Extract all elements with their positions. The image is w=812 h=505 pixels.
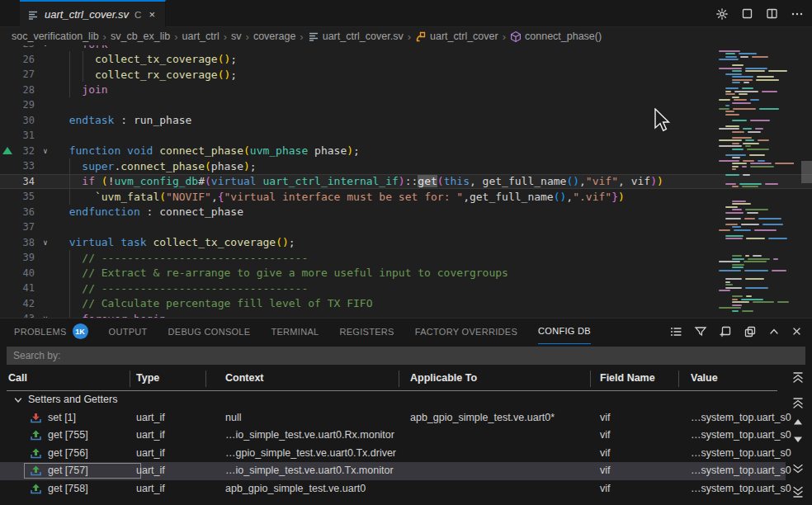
code-line-35[interactable]: 35 `uvm_fatal("NOVIF",{"virtual interfac… xyxy=(0,189,812,205)
minimap-line xyxy=(732,163,747,164)
code-editor[interactable]: 25∨ fork26 collect_tx_coverage();27 coll… xyxy=(0,45,812,318)
panel-tab-terminal[interactable]: TERMINAL xyxy=(271,319,319,344)
code-line-32[interactable]: 32∨ function void connect_phase(uvm_phas… xyxy=(0,144,812,159)
column-header-call[interactable]: Call xyxy=(8,372,27,384)
scroll-page-down-icon[interactable] xyxy=(789,463,807,475)
cell-value: …system_top.uart_s0 xyxy=(691,429,791,441)
breadcrumb-item-uart-ctrl-cover[interactable]: uart_ctrl_cover xyxy=(415,31,498,42)
table-group-row[interactable]: Setters and Getters xyxy=(0,391,812,409)
code-line-33[interactable]: 33 super.connect_phase(phase); xyxy=(0,158,812,174)
minimap-line xyxy=(732,79,753,81)
search-input[interactable] xyxy=(7,347,805,365)
maximize-panel-icon[interactable] xyxy=(768,326,780,337)
filter-icon[interactable] xyxy=(694,325,707,337)
code-text: join xyxy=(56,83,108,96)
table-row-get-755-[interactable]: get [755]uart_if…io_simple_test.ve.uart0… xyxy=(0,427,812,445)
breadcrumb-separator: › xyxy=(246,31,249,43)
code-line-26[interactable]: 26 collect_tx_coverage(); xyxy=(0,52,812,68)
column-header-context[interactable]: Context xyxy=(225,372,264,384)
panel-tab-registers[interactable]: REGISTERS xyxy=(339,319,394,344)
split-editor-icon[interactable] xyxy=(766,7,778,20)
scroll-up-icon[interactable] xyxy=(789,417,807,427)
editor-scrollbar-thumb[interactable] xyxy=(801,161,812,183)
code-text: `uvm_fatal("NOVIF",{"virtual interface m… xyxy=(56,191,625,203)
minimap-line xyxy=(775,163,794,164)
minimap-line xyxy=(725,206,738,208)
minimap-line xyxy=(743,128,752,130)
panel-tab-debug-console[interactable]: DEBUG CONSOLE xyxy=(168,319,251,344)
settings-gear-icon[interactable] xyxy=(715,7,729,21)
minimap-line xyxy=(719,307,741,309)
code-line-30[interactable]: 30 endtask : run_phase xyxy=(0,113,812,129)
column-header-applicable-to[interactable]: Applicable To xyxy=(410,372,477,384)
code-line-39[interactable]: 39 // -------------------------------- xyxy=(0,250,812,266)
collapse-all-icon[interactable] xyxy=(744,325,757,337)
panel-tab-factory-overrides[interactable]: FACTORY OVERRIDES xyxy=(415,319,517,344)
breadcrumb-label: sv xyxy=(231,31,242,42)
code-text: fork xyxy=(56,45,108,50)
minimap-line xyxy=(757,76,774,78)
panel-tab-label: DEBUG CONSOLE xyxy=(168,327,251,337)
table-row-get-757-[interactable]: get [757]uart_if…io_simple_test.ve.uart0… xyxy=(0,462,786,480)
close-panel-icon[interactable] xyxy=(791,326,802,337)
breadcrumb-item-connect-phase-[interactable]: connect_phase() xyxy=(510,31,602,42)
line-number: 28 xyxy=(0,84,35,96)
more-actions-icon[interactable] xyxy=(791,7,804,20)
fold-chevron-icon[interactable]: ∨ xyxy=(35,147,56,155)
code-line-27[interactable]: 27 collect_rx_coverage(); xyxy=(0,67,812,83)
code-line-28[interactable]: 28 join xyxy=(0,83,812,98)
breadcrumb-item-soc-verification-lib[interactable]: soc_verification_lib xyxy=(12,31,99,42)
layout-icon[interactable] xyxy=(741,7,753,20)
breadcrumb-item-sv-cb-ex-lib[interactable]: sv_cb_ex_lib xyxy=(111,31,170,42)
breadcrumb-item-uart-ctrl[interactable]: uart_ctrl xyxy=(182,31,220,42)
minimap-line xyxy=(745,209,768,210)
table-row-get-758-[interactable]: get [758]uart_ifapb_gpio_simple_test.ve.… xyxy=(0,480,812,498)
cell-field: vif xyxy=(600,429,611,441)
minimap-line xyxy=(748,258,770,260)
code-line-42[interactable]: 42 // Calculate percentage fill level of… xyxy=(0,296,812,312)
minimap-line xyxy=(725,238,743,239)
scroll-to-top-icon[interactable] xyxy=(789,371,807,384)
column-header-field-name[interactable]: Field Name xyxy=(600,372,655,384)
code-line-41[interactable]: 41 // -------------------------------- xyxy=(0,281,812,296)
column-header-type[interactable]: Type xyxy=(136,372,159,384)
minimap[interactable] xyxy=(716,47,794,316)
fold-chevron-icon[interactable]: ∨ xyxy=(35,45,56,48)
column-header-value[interactable]: Value xyxy=(691,372,718,384)
code-line-38[interactable]: 38∨ virtual task collect_tx_coverage(); xyxy=(0,235,812,251)
code-line-43[interactable]: 43∨ forever begin xyxy=(0,311,812,318)
panel-tab-config-db[interactable]: CONFIG DB xyxy=(538,319,591,344)
code-line-36[interactable]: 36 endfunction : connect_phase xyxy=(0,205,812,220)
minimap-line xyxy=(734,99,748,101)
breadcrumb-item-uart-ctrl-cover-sv[interactable]: uart_ctrl_cover.sv xyxy=(308,31,404,42)
scroll-to-top-icon[interactable] xyxy=(789,397,807,409)
column-separator xyxy=(205,370,206,387)
minimap-line xyxy=(746,295,752,297)
tab-uart-ctrl-cover[interactable]: uart_ctrl_cover.sv C × xyxy=(20,0,166,27)
minimap-line xyxy=(758,218,781,219)
panel-tab-problems[interactable]: PROBLEMS1K xyxy=(14,319,88,344)
scroll-to-bottom-icon[interactable] xyxy=(789,485,807,498)
minimap-line xyxy=(762,224,783,225)
minimap-line xyxy=(747,212,758,214)
expand-all-icon[interactable] xyxy=(719,325,732,337)
code-line-40[interactable]: 40 // Extract & re-arrange to give a mor… xyxy=(0,266,812,281)
scroll-down-icon[interactable] xyxy=(789,434,807,444)
code-line-29[interactable]: 29 xyxy=(0,97,812,113)
chevron-down-icon[interactable] xyxy=(13,395,23,405)
code-line-31[interactable]: 31 xyxy=(0,128,812,144)
view-as-list-icon[interactable] xyxy=(669,325,682,337)
table-row-set-1-[interactable]: set [1]uart_ifnullapb_gpio_simple_test.v… xyxy=(0,409,812,427)
breadcrumb-item-sv[interactable]: sv xyxy=(231,31,242,42)
code-line-34[interactable]: 34 if (!uvm_config_db#(virtual uart_ctrl… xyxy=(0,174,812,190)
code-line-25[interactable]: 25∨ fork xyxy=(0,45,812,52)
code-line-37[interactable]: 37 xyxy=(0,219,812,235)
minimap-line xyxy=(719,128,739,130)
breadcrumb-item-coverage[interactable]: coverage xyxy=(253,31,295,42)
minimap-line xyxy=(732,157,740,158)
close-tab-icon[interactable]: × xyxy=(147,7,157,21)
panel-tab-output[interactable]: OUTPUT xyxy=(109,319,148,344)
table-row-get-756-[interactable]: get [756]uart_if…gpio_simple_test.ve.uar… xyxy=(0,445,812,463)
fold-chevron-icon[interactable]: ∨ xyxy=(35,238,56,247)
minimap-line xyxy=(732,168,736,170)
